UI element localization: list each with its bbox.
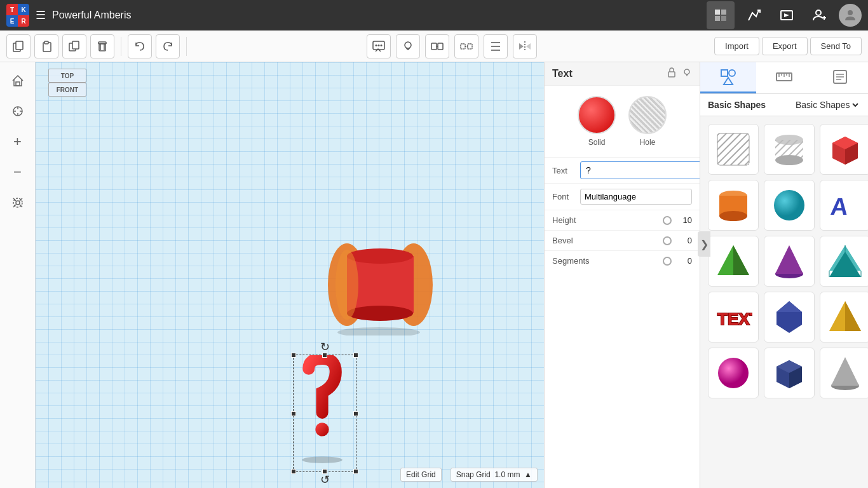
nav-simulate-icon[interactable] bbox=[773, 1, 801, 29]
solid-circle[interactable] bbox=[578, 96, 616, 134]
handle-mid-left[interactable] bbox=[291, 411, 296, 416]
import-button[interactable]: Import bbox=[714, 37, 759, 55]
align-button[interactable] bbox=[484, 34, 508, 58]
svg-marker-42 bbox=[724, 78, 733, 85]
svg-marker-78 bbox=[831, 357, 859, 386]
nav-3d-icon[interactable] bbox=[707, 1, 735, 29]
hole-label: Hole bbox=[640, 138, 656, 147]
hamburger-menu[interactable]: ☰ bbox=[36, 8, 46, 22]
group-button[interactable] bbox=[425, 34, 449, 58]
lightbulb-button[interactable] bbox=[396, 34, 420, 58]
snap-grid-label: Snap Grid bbox=[456, 470, 491, 479]
delete-button[interactable] bbox=[90, 34, 114, 58]
fit-view-button[interactable] bbox=[6, 191, 30, 215]
duplicate-button[interactable] bbox=[62, 34, 86, 58]
props-header: Text bbox=[545, 62, 700, 86]
handle-bottom-right[interactable] bbox=[353, 469, 358, 474]
lightbulb-icon[interactable] bbox=[682, 67, 692, 80]
svg-rect-10 bbox=[44, 41, 48, 44]
svg-point-35 bbox=[337, 327, 420, 336]
snap-grid-button[interactable]: Snap Grid 1.0 mm ▲ bbox=[451, 468, 538, 482]
tab-notes[interactable] bbox=[812, 62, 868, 93]
font-select[interactable]: Multilanguage bbox=[580, 189, 692, 205]
handle-bottom-left[interactable] bbox=[291, 469, 296, 474]
height-slider[interactable] bbox=[663, 216, 672, 225]
undo-button[interactable] bbox=[128, 34, 152, 58]
shape-cylinder-orange[interactable] bbox=[708, 180, 759, 231]
export-button[interactable]: Export bbox=[762, 37, 808, 55]
shape-sphere-pink[interactable] bbox=[708, 348, 759, 398]
shape-pyramid-yellow[interactable] bbox=[820, 292, 868, 342]
solid-label: Solid bbox=[588, 138, 606, 147]
shape-pyramid-green[interactable] bbox=[708, 236, 759, 287]
redo-button[interactable] bbox=[156, 34, 180, 58]
shape-cone-purple[interactable] bbox=[764, 236, 815, 287]
send-to-button[interactable]: Send To bbox=[810, 37, 862, 55]
lock-icon[interactable] bbox=[667, 67, 677, 80]
toolbar-separator-2 bbox=[186, 37, 187, 56]
svg-point-57 bbox=[774, 190, 804, 220]
shape-cylinder-gray[interactable] bbox=[764, 124, 815, 175]
shape-box-navy[interactable] bbox=[764, 348, 815, 398]
bevel-slider[interactable] bbox=[663, 236, 672, 245]
handle-mid-right[interactable] bbox=[353, 411, 358, 416]
nav-build-icon[interactable] bbox=[740, 1, 768, 29]
handle-top-right[interactable] bbox=[353, 353, 358, 358]
snap-grid-value: 1.0 mm bbox=[494, 470, 520, 479]
mirror-button[interactable] bbox=[513, 34, 537, 58]
main-toolbar: Import Export Send To bbox=[0, 30, 868, 62]
shape-box-stripes[interactable] bbox=[708, 124, 759, 175]
collapse-panel-button[interactable]: ❯ bbox=[698, 231, 710, 257]
question-mark-object[interactable]: ↻ ↺ bbox=[283, 348, 360, 482]
bevel-row: Bevel 0 bbox=[545, 230, 700, 250]
comment-button[interactable] bbox=[367, 34, 391, 58]
svg-point-17 bbox=[381, 44, 383, 46]
svg-text:A: A bbox=[829, 193, 849, 220]
svg-rect-21 bbox=[461, 44, 465, 49]
rotate-arrow-top[interactable]: ↻ bbox=[320, 340, 330, 354]
view-cube-top[interactable]: TOP bbox=[48, 69, 86, 83]
shape-sphere-teal[interactable] bbox=[764, 180, 815, 231]
zoom-in-button[interactable]: + bbox=[6, 130, 30, 154]
paste-button[interactable] bbox=[34, 34, 58, 58]
project-title[interactable]: Powerful Amberis bbox=[52, 10, 700, 21]
handle-top-left[interactable] bbox=[291, 353, 296, 358]
hole-circle[interactable] bbox=[628, 96, 667, 134]
view-cube[interactable]: TOP FRONT bbox=[42, 69, 93, 119]
svg-point-36 bbox=[315, 423, 329, 436]
svg-point-39 bbox=[684, 69, 689, 74]
solid-option[interactable]: Solid bbox=[578, 96, 616, 147]
view-cube-front[interactable]: FRONT bbox=[48, 83, 86, 97]
shape-cube-red[interactable] bbox=[820, 124, 868, 175]
main-area: + − TOP FRONT bbox=[0, 62, 868, 488]
zoom-out-button[interactable]: − bbox=[6, 160, 30, 184]
svg-point-32 bbox=[347, 248, 413, 264]
text-input-field[interactable] bbox=[580, 161, 703, 179]
rotate-arrow-bottom[interactable]: ↺ bbox=[320, 473, 330, 487]
nav-add-user-icon[interactable] bbox=[806, 1, 834, 29]
copy-button[interactable] bbox=[6, 34, 31, 58]
shape-cone-gray[interactable] bbox=[820, 348, 868, 398]
canvas-area[interactable]: TOP FRONT bbox=[36, 62, 544, 488]
user-avatar[interactable] bbox=[839, 4, 862, 27]
hole-option[interactable]: Hole bbox=[628, 96, 667, 147]
shape-gem-blue[interactable] bbox=[764, 292, 815, 342]
shape-prism-teal[interactable] bbox=[820, 236, 868, 287]
svg-point-37 bbox=[302, 456, 342, 463]
spool-object[interactable] bbox=[325, 234, 433, 336]
home-button[interactable] bbox=[6, 69, 30, 93]
shape-scribble-blue[interactable]: A bbox=[820, 180, 868, 231]
logo-k: K bbox=[18, 4, 29, 15]
shape-text-3d[interactable]: TEXT bbox=[708, 292, 759, 342]
app-logo[interactable]: T K E R bbox=[6, 4, 29, 27]
nav-icons bbox=[707, 1, 862, 29]
ungroup-button[interactable] bbox=[454, 34, 478, 58]
pan-button[interactable] bbox=[6, 99, 30, 123]
shapes-category-select[interactable]: Basic Shapes bbox=[793, 99, 860, 111]
tab-shapes[interactable] bbox=[700, 62, 756, 93]
edit-grid-button[interactable]: Edit Grid bbox=[400, 468, 442, 482]
tab-ruler[interactable] bbox=[756, 62, 812, 93]
svg-rect-12 bbox=[72, 41, 79, 49]
segments-slider[interactable] bbox=[663, 257, 672, 266]
svg-rect-1 bbox=[721, 10, 726, 15]
